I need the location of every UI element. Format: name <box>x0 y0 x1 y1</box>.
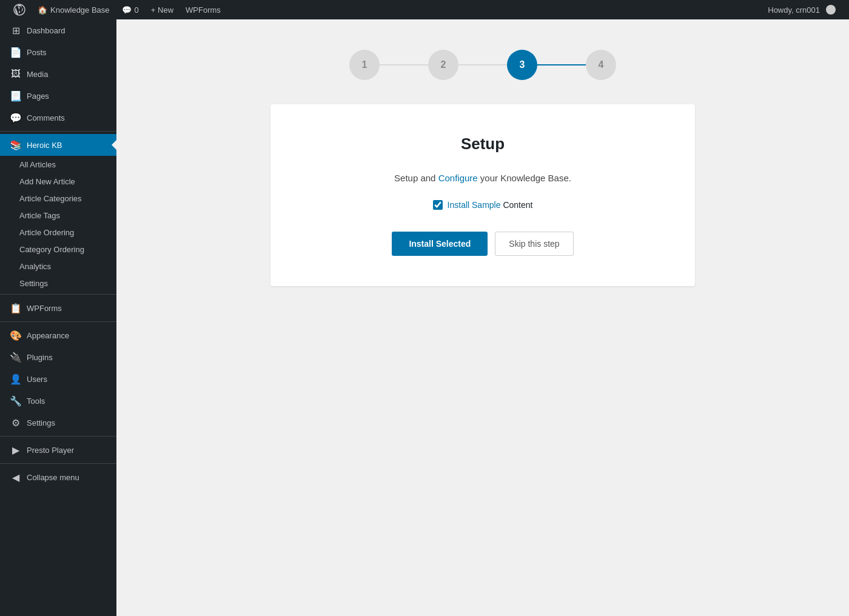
step-line-2 <box>458 64 507 65</box>
comments-count: 0 <box>135 5 139 15</box>
step-2: 2 <box>428 50 458 80</box>
sidebar-item-presto-player[interactable]: ▶ Presto Player <box>0 439 116 461</box>
skip-step-button[interactable]: Skip this step <box>495 232 573 256</box>
step-3-label: 3 <box>520 59 525 70</box>
stepper: 1 2 3 4 <box>349 50 616 80</box>
separator-2 <box>0 294 116 295</box>
user-greeting[interactable]: Howdy, crn001 <box>762 0 842 19</box>
sidebar-item-category-ordering[interactable]: Category Ordering <box>0 241 116 258</box>
sidebar-item-plugins[interactable]: 🔌 Plugins <box>0 346 116 368</box>
sidebar-item-media[interactable]: 🖼 Media <box>0 63 116 85</box>
article-tags-label: Article Tags <box>19 211 60 220</box>
sidebar-presto-player-label: Presto Player <box>27 446 74 455</box>
sidebar-item-users[interactable]: 👤 Users <box>0 368 116 390</box>
sidebar-item-posts[interactable]: 📄 Posts <box>0 41 116 63</box>
step-3: 3 <box>507 50 537 80</box>
sidebar-item-heroic-kb[interactable]: 📚 Heroic KB <box>0 134 116 156</box>
admin-bar: 🏠 Knowledge Base 💬 0 + New WPForms Howdy… <box>0 0 849 19</box>
sidebar: ⊞ Dashboard 📄 Posts 🖼 Media 📃 Pages 💬 Co… <box>0 19 116 616</box>
step-4: 4 <box>586 50 616 80</box>
install-sample-checkbox[interactable] <box>433 200 443 210</box>
sidebar-users-label: Users <box>27 375 47 384</box>
main-content: 1 2 3 4 Setup Setup and Configure your K… <box>116 19 849 616</box>
article-categories-label: Article Categories <box>19 194 82 203</box>
separator-3 <box>0 321 116 322</box>
step-line-1 <box>380 64 428 65</box>
posts-icon: 📄 <box>10 47 22 58</box>
sidebar-plugins-label: Plugins <box>27 353 53 362</box>
pages-icon: 📃 <box>10 90 22 102</box>
button-row: Install Selected Skip this step <box>307 232 659 256</box>
step-4-label: 4 <box>599 59 604 70</box>
admin-bar-left: 🏠 Knowledge Base 💬 0 + New WPForms <box>7 0 762 19</box>
setup-description: Setup and Configure your Knowledge Base. <box>307 172 659 186</box>
analytics-label: Analytics <box>19 262 51 271</box>
kb-settings-label: Settings <box>19 279 48 288</box>
sidebar-comments-label: Comments <box>27 113 65 122</box>
sidebar-item-pages[interactable]: 📃 Pages <box>0 85 116 107</box>
sidebar-item-article-tags[interactable]: Article Tags <box>0 207 116 224</box>
sidebar-item-settings[interactable]: ⚙ Settings <box>0 412 116 434</box>
separator-4 <box>0 436 116 437</box>
all-articles-label: All Articles <box>19 160 56 169</box>
sidebar-settings-label: Settings <box>27 418 55 427</box>
configure-link[interactable]: Configure <box>438 173 478 183</box>
sidebar-item-article-ordering[interactable]: Article Ordering <box>0 224 116 241</box>
wpforms-icon: 📋 <box>10 303 22 314</box>
new-link[interactable]: + New <box>145 0 180 19</box>
step-line-3 <box>537 64 586 65</box>
sidebar-item-tools[interactable]: 🔧 Tools <box>0 390 116 412</box>
sidebar-posts-label: Posts <box>27 48 47 57</box>
install-selected-button[interactable]: Install Selected <box>392 232 488 256</box>
sidebar-pages-label: Pages <box>27 92 49 101</box>
site-name-link[interactable]: 🏠 Knowledge Base <box>32 0 116 19</box>
step-1-label: 1 <box>362 59 367 70</box>
plugins-icon: 🔌 <box>10 352 22 363</box>
appearance-icon: 🎨 <box>10 330 22 341</box>
main-layout: ⊞ Dashboard 📄 Posts 🖼 Media 📃 Pages 💬 Co… <box>0 19 849 616</box>
sidebar-item-kb-settings[interactable]: Settings <box>0 275 116 292</box>
setup-title: Setup <box>307 135 659 153</box>
sidebar-item-wpforms[interactable]: 📋 WPForms <box>0 297 116 319</box>
separator-5 <box>0 463 116 464</box>
user-avatar <box>826 5 836 15</box>
sidebar-item-add-new-article[interactable]: Add New Article <box>0 173 116 190</box>
comments-link[interactable]: 💬 0 <box>116 0 145 19</box>
tools-icon: 🔧 <box>10 395 22 407</box>
sidebar-wpforms-label: WPForms <box>27 304 62 313</box>
article-ordering-label: Article Ordering <box>19 228 74 237</box>
wpforms-admin-bar-label: WPForms <box>186 5 221 15</box>
install-sample-checkbox-row: Install Sample Content <box>307 200 659 210</box>
collapse-menu-label: Collapse menu <box>27 473 79 482</box>
media-icon: 🖼 <box>10 69 22 79</box>
sidebar-item-article-categories[interactable]: Article Categories <box>0 190 116 207</box>
add-new-article-label: Add New Article <box>19 177 75 186</box>
setup-card: Setup Setup and Configure your Knowledge… <box>270 104 695 286</box>
sidebar-heroic-kb-label: Heroic KB <box>27 141 62 150</box>
new-label: + New <box>151 5 173 15</box>
settings-icon: ⚙ <box>10 417 22 429</box>
heroic-kb-icon: 📚 <box>10 139 22 151</box>
collapse-menu-button[interactable]: ◀ Collapse menu <box>0 466 116 488</box>
separator-1 <box>0 131 116 132</box>
step-2-label: 2 <box>441 59 446 70</box>
comments-icon: 💬 <box>10 112 22 124</box>
wp-logo-button[interactable] <box>7 0 32 19</box>
sidebar-tools-label: Tools <box>27 397 45 406</box>
step-1: 1 <box>349 50 380 80</box>
sidebar-item-all-articles[interactable]: All Articles <box>0 156 116 173</box>
sidebar-item-appearance[interactable]: 🎨 Appearance <box>0 324 116 346</box>
admin-bar-right: Howdy, crn001 <box>762 0 842 19</box>
presto-player-icon: ▶ <box>10 444 22 456</box>
user-label: Howdy, crn001 <box>768 5 820 15</box>
sidebar-item-analytics[interactable]: Analytics <box>0 258 116 275</box>
sidebar-item-dashboard[interactable]: ⊞ Dashboard <box>0 19 116 41</box>
category-ordering-label: Category Ordering <box>19 245 84 254</box>
dashboard-icon: ⊞ <box>10 25 22 36</box>
users-icon: 👤 <box>10 373 22 385</box>
sidebar-appearance-label: Appearance <box>27 331 69 340</box>
wpforms-admin-bar-link[interactable]: WPForms <box>180 0 227 19</box>
install-sample-label[interactable]: Install Sample Content <box>448 200 533 210</box>
sidebar-item-comments[interactable]: 💬 Comments <box>0 107 116 129</box>
site-name-text: Knowledge Base <box>50 5 110 15</box>
